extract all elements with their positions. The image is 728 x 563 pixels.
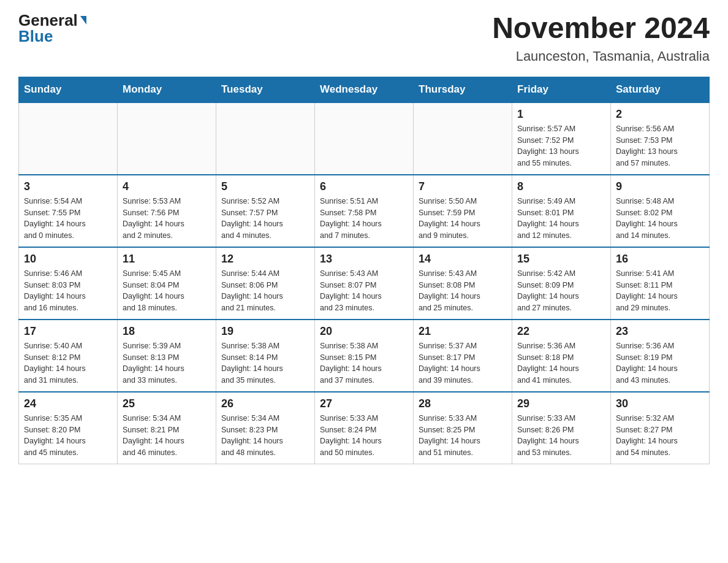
day-of-week-header: Saturday bbox=[611, 77, 710, 102]
day-of-week-header: Thursday bbox=[414, 77, 512, 102]
day-number: 22 bbox=[517, 325, 605, 338]
calendar-day-cell: 14Sunrise: 5:43 AMSunset: 8:08 PMDayligh… bbox=[414, 247, 512, 320]
day-number: 8 bbox=[517, 180, 605, 193]
calendar-week-row: 1Sunrise: 5:57 AMSunset: 7:52 PMDaylight… bbox=[19, 102, 710, 175]
day-number: 29 bbox=[517, 397, 605, 410]
day-number: 4 bbox=[123, 180, 211, 193]
calendar-day-cell: 27Sunrise: 5:33 AMSunset: 8:24 PMDayligh… bbox=[315, 392, 414, 464]
day-number: 28 bbox=[419, 397, 507, 410]
location-subtitle: Launceston, Tasmania, Australia bbox=[492, 48, 710, 64]
day-info: Sunrise: 5:38 AMSunset: 8:15 PMDaylight:… bbox=[320, 340, 408, 386]
day-info: Sunrise: 5:35 AMSunset: 8:20 PMDaylight:… bbox=[24, 413, 112, 459]
calendar-day-cell: 16Sunrise: 5:41 AMSunset: 8:11 PMDayligh… bbox=[611, 247, 710, 320]
logo: General Blue bbox=[18, 12, 86, 44]
day-info: Sunrise: 5:46 AMSunset: 8:03 PMDaylight:… bbox=[24, 268, 112, 314]
day-info: Sunrise: 5:45 AMSunset: 8:04 PMDaylight:… bbox=[123, 268, 211, 314]
day-info: Sunrise: 5:42 AMSunset: 8:09 PMDaylight:… bbox=[517, 268, 605, 314]
calendar-day-cell bbox=[19, 102, 118, 175]
day-number: 2 bbox=[616, 108, 704, 121]
day-number: 5 bbox=[221, 180, 309, 193]
logo-general-text: General bbox=[18, 12, 78, 28]
day-number: 7 bbox=[419, 180, 507, 193]
day-number: 6 bbox=[320, 180, 408, 193]
calendar-day-cell: 23Sunrise: 5:36 AMSunset: 8:19 PMDayligh… bbox=[611, 320, 710, 392]
calendar-day-cell: 1Sunrise: 5:57 AMSunset: 7:52 PMDaylight… bbox=[512, 102, 611, 175]
calendar-day-cell: 20Sunrise: 5:38 AMSunset: 8:15 PMDayligh… bbox=[315, 320, 414, 392]
calendar-day-cell: 21Sunrise: 5:37 AMSunset: 8:17 PMDayligh… bbox=[414, 320, 512, 392]
day-info: Sunrise: 5:32 AMSunset: 8:27 PMDaylight:… bbox=[616, 413, 704, 459]
day-info: Sunrise: 5:53 AMSunset: 7:56 PMDaylight:… bbox=[123, 196, 211, 242]
calendar-day-cell bbox=[414, 102, 512, 175]
day-info: Sunrise: 5:34 AMSunset: 8:23 PMDaylight:… bbox=[221, 413, 309, 459]
day-number: 1 bbox=[517, 108, 605, 121]
calendar-day-cell: 26Sunrise: 5:34 AMSunset: 8:23 PMDayligh… bbox=[216, 392, 315, 464]
calendar-day-cell: 19Sunrise: 5:38 AMSunset: 8:14 PMDayligh… bbox=[216, 320, 315, 392]
page-header: General Blue November 2024 Launceston, T… bbox=[18, 12, 710, 64]
calendar-day-cell: 12Sunrise: 5:44 AMSunset: 8:06 PMDayligh… bbox=[216, 247, 315, 320]
day-number: 13 bbox=[320, 253, 408, 266]
calendar-day-cell bbox=[315, 102, 414, 175]
day-number: 9 bbox=[616, 180, 704, 193]
day-number: 21 bbox=[419, 325, 507, 338]
day-of-week-header: Monday bbox=[118, 77, 216, 102]
day-info: Sunrise: 5:54 AMSunset: 7:55 PMDaylight:… bbox=[24, 196, 112, 242]
day-number: 18 bbox=[123, 325, 211, 338]
day-of-week-header: Tuesday bbox=[216, 77, 315, 102]
day-info: Sunrise: 5:51 AMSunset: 7:58 PMDaylight:… bbox=[320, 196, 408, 242]
calendar-day-cell: 25Sunrise: 5:34 AMSunset: 8:21 PMDayligh… bbox=[118, 392, 216, 464]
calendar-header-row: SundayMondayTuesdayWednesdayThursdayFrid… bbox=[19, 77, 710, 102]
day-info: Sunrise: 5:43 AMSunset: 8:07 PMDaylight:… bbox=[320, 268, 408, 314]
calendar-day-cell: 30Sunrise: 5:32 AMSunset: 8:27 PMDayligh… bbox=[611, 392, 710, 464]
day-info: Sunrise: 5:57 AMSunset: 7:52 PMDaylight:… bbox=[517, 123, 605, 169]
day-info: Sunrise: 5:56 AMSunset: 7:53 PMDaylight:… bbox=[616, 123, 704, 169]
calendar-day-cell: 28Sunrise: 5:33 AMSunset: 8:25 PMDayligh… bbox=[414, 392, 512, 464]
day-info: Sunrise: 5:34 AMSunset: 8:21 PMDaylight:… bbox=[123, 413, 211, 459]
day-number: 20 bbox=[320, 325, 408, 338]
day-of-week-header: Sunday bbox=[19, 77, 118, 102]
day-number: 11 bbox=[123, 253, 211, 266]
calendar-day-cell bbox=[118, 102, 216, 175]
calendar-day-cell: 13Sunrise: 5:43 AMSunset: 8:07 PMDayligh… bbox=[315, 247, 414, 320]
calendar-day-cell: 29Sunrise: 5:33 AMSunset: 8:26 PMDayligh… bbox=[512, 392, 611, 464]
day-info: Sunrise: 5:36 AMSunset: 8:19 PMDaylight:… bbox=[616, 340, 704, 386]
day-info: Sunrise: 5:39 AMSunset: 8:13 PMDaylight:… bbox=[123, 340, 211, 386]
day-number: 3 bbox=[24, 180, 112, 193]
day-info: Sunrise: 5:36 AMSunset: 8:18 PMDaylight:… bbox=[517, 340, 605, 386]
day-info: Sunrise: 5:49 AMSunset: 8:01 PMDaylight:… bbox=[517, 196, 605, 242]
calendar-table: SundayMondayTuesdayWednesdayThursdayFrid… bbox=[18, 77, 710, 464]
day-number: 14 bbox=[419, 253, 507, 266]
day-number: 23 bbox=[616, 325, 704, 338]
day-of-week-header: Friday bbox=[512, 77, 611, 102]
title-area: November 2024 Launceston, Tasmania, Aust… bbox=[492, 12, 710, 64]
logo-triangle-icon bbox=[80, 16, 86, 25]
day-number: 19 bbox=[221, 325, 309, 338]
calendar-day-cell: 5Sunrise: 5:52 AMSunset: 7:57 PMDaylight… bbox=[216, 175, 315, 247]
calendar-week-row: 24Sunrise: 5:35 AMSunset: 8:20 PMDayligh… bbox=[19, 392, 710, 464]
calendar-day-cell: 8Sunrise: 5:49 AMSunset: 8:01 PMDaylight… bbox=[512, 175, 611, 247]
day-info: Sunrise: 5:40 AMSunset: 8:12 PMDaylight:… bbox=[24, 340, 112, 386]
day-info: Sunrise: 5:41 AMSunset: 8:11 PMDaylight:… bbox=[616, 268, 704, 314]
day-number: 25 bbox=[123, 397, 211, 410]
day-info: Sunrise: 5:33 AMSunset: 8:24 PMDaylight:… bbox=[320, 413, 408, 459]
day-number: 16 bbox=[616, 253, 704, 266]
day-info: Sunrise: 5:43 AMSunset: 8:08 PMDaylight:… bbox=[419, 268, 507, 314]
day-number: 30 bbox=[616, 397, 704, 410]
day-info: Sunrise: 5:33 AMSunset: 8:25 PMDaylight:… bbox=[419, 413, 507, 459]
calendar-day-cell: 11Sunrise: 5:45 AMSunset: 8:04 PMDayligh… bbox=[118, 247, 216, 320]
calendar-day-cell: 2Sunrise: 5:56 AMSunset: 7:53 PMDaylight… bbox=[611, 102, 710, 175]
day-number: 17 bbox=[24, 325, 112, 338]
calendar-day-cell: 10Sunrise: 5:46 AMSunset: 8:03 PMDayligh… bbox=[19, 247, 118, 320]
day-number: 15 bbox=[517, 253, 605, 266]
calendar-week-row: 10Sunrise: 5:46 AMSunset: 8:03 PMDayligh… bbox=[19, 247, 710, 320]
calendar-day-cell: 3Sunrise: 5:54 AMSunset: 7:55 PMDaylight… bbox=[19, 175, 118, 247]
calendar-day-cell: 4Sunrise: 5:53 AMSunset: 7:56 PMDaylight… bbox=[118, 175, 216, 247]
day-info: Sunrise: 5:33 AMSunset: 8:26 PMDaylight:… bbox=[517, 413, 605, 459]
calendar-day-cell: 6Sunrise: 5:51 AMSunset: 7:58 PMDaylight… bbox=[315, 175, 414, 247]
day-number: 27 bbox=[320, 397, 408, 410]
calendar-day-cell: 17Sunrise: 5:40 AMSunset: 8:12 PMDayligh… bbox=[19, 320, 118, 392]
day-info: Sunrise: 5:37 AMSunset: 8:17 PMDaylight:… bbox=[419, 340, 507, 386]
calendar-week-row: 3Sunrise: 5:54 AMSunset: 7:55 PMDaylight… bbox=[19, 175, 710, 247]
calendar-day-cell: 7Sunrise: 5:50 AMSunset: 7:59 PMDaylight… bbox=[414, 175, 512, 247]
day-number: 10 bbox=[24, 253, 112, 266]
day-of-week-header: Wednesday bbox=[315, 77, 414, 102]
